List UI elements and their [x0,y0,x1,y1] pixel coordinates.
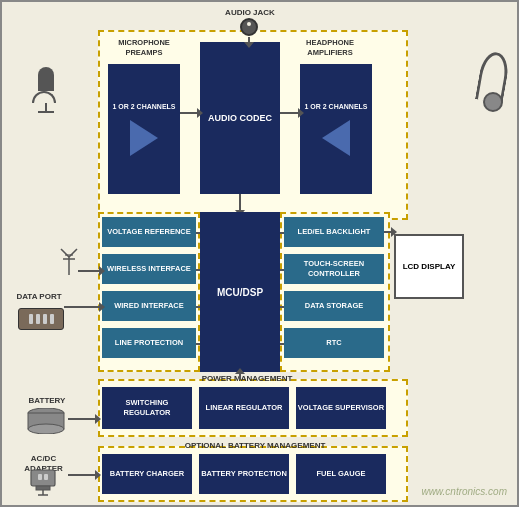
arrow-wired [99,302,105,312]
arrow-to-codec [197,108,203,118]
headphone-amp-block: 1 OR 2 CHANNELS [300,64,372,194]
line-lineprotect-mcu [196,343,200,345]
line-codec-headphone [280,112,300,114]
line-protection-block: LINE PROTECTION [102,328,196,358]
amp-triangle-right [322,120,350,156]
wired-interface-block: WIRED INTERFACE [102,291,196,321]
line-dataport-wired [64,306,102,308]
data-port-label: DATA PORT [14,292,64,301]
data-storage-block: DATA STORAGE [284,291,384,321]
headphone-amp-label: HEADPHONE AMPLIFIERS [290,38,370,58]
mic-preamp-block: 1 OR 2 CHANNELS [108,64,180,194]
microphone-icon [36,67,56,113]
linear-regulator-block: LINEAR REGULATOR [199,387,289,429]
line-mcu-tsc [280,269,284,271]
switching-regulator-block: SWITCHING REGULATOR [102,387,192,429]
audio-jack-icon [240,18,258,36]
voltage-supervisor-block: VOLTAGE SUPERVISOR [296,387,386,429]
power-management-label: POWER MANAGEMENT [177,374,317,383]
svg-line-2 [69,249,77,257]
mic-preamps-label: MICROPHONE PREAMPS [108,38,180,58]
audio-jack-dot [247,22,251,26]
channels-left-label: 1 OR 2 CHANNELS [112,102,175,111]
line-battery-power [68,418,98,420]
audio-codec-block: AUDIO CODEC [200,42,280,194]
svg-line-1 [61,249,69,257]
svg-rect-13 [44,474,48,480]
channels-right-label: 1 OR 2 CHANNELS [304,102,367,111]
line-vref-mcu [196,232,200,234]
amp-triangle-left [130,120,158,156]
data-port-icon [18,308,64,330]
battery-label: BATTERY [22,396,72,405]
voltage-reference-block: VOLTAGE REFERENCE [102,217,196,247]
led-backlight-block: LED/EL BACKLIGHT [284,217,384,247]
svg-rect-9 [36,486,50,490]
arrow-acdc [95,470,101,480]
arrow-wireless [99,266,105,276]
rtc-block: RTC [284,328,384,358]
svg-rect-8 [31,470,55,486]
battery-charger-block: BATTERY CHARGER [102,454,192,494]
arrow-to-headphone [298,108,304,118]
diagram-container: AUDIO JACK MICROPHONE PREAMPS HEADPHONE … [0,0,519,507]
battery-icon [24,408,68,436]
arrow-to-lcd [391,227,397,237]
antenna-icon [58,247,80,279]
arrow-battery [95,414,101,424]
mcu-dsp-block: MCU/DSP [200,212,280,372]
watermark: www.cntronics.com [421,486,507,497]
line-mcu-led [280,232,284,234]
line-mcu-rtc [280,343,284,345]
line-mcu-storage [280,306,284,308]
svg-rect-12 [38,474,42,480]
arrowhead-down [244,42,254,48]
line-wired-mcu [196,306,200,308]
stethoscope-icon [479,52,507,102]
audio-jack-label: AUDIO JACK [220,8,280,17]
fuel-gauge-block: FUEL GAUGE [296,454,386,494]
battery-management-label: OPTIONAL BATTERY MANAGEMENT [160,441,350,450]
svg-point-7 [28,424,64,434]
ac-dc-icon [26,468,60,498]
battery-protection-block: BATTERY PROTECTION [199,454,289,494]
arrowhead-up-power [235,368,245,374]
wireless-interface-block: WIRELESS INTERFACE [102,254,196,284]
line-wireless-mcu [196,269,200,271]
lcd-display-block: LCD DISPLAY [394,234,464,299]
touch-screen-controller-block: TOUCH-SCREEN CONTROLLER [284,254,384,284]
line-acdc-battery-mgmt [68,474,98,476]
